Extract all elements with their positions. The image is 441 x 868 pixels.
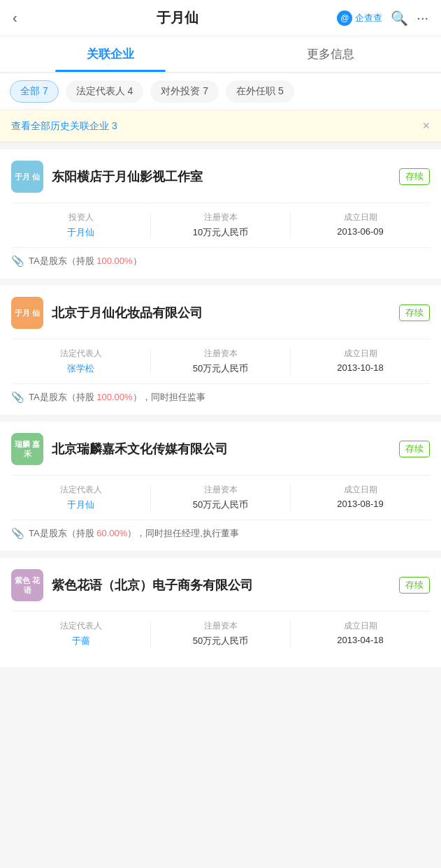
detail-label-2: 注册资本 (151, 212, 290, 223)
status-badge: 存续 (399, 441, 430, 457)
detail-value-1[interactable]: 于月仙 (11, 226, 150, 239)
detail-value-2: 50万元人民币 (151, 499, 290, 511)
back-button[interactable]: ‹ (13, 10, 17, 26)
filter-investment[interactable]: 对外投资 7 (150, 80, 219, 103)
history-banner: 查看全部历史关联企业 3 × (0, 110, 441, 142)
company-details: 投资人 于月仙 注册资本 10万元人民币 成立日期 2013-06-09 (11, 203, 430, 239)
detail-value-2: 10万元人民币 (151, 226, 290, 239)
detail-item-3: 成立日期 2013-04-18 (291, 620, 430, 647)
company-details: 法定代表人 张学松 注册资本 50万元人民币 成立日期 2013-10-18 (11, 339, 430, 375)
qcq-logo[interactable]: @ 企查查 (337, 10, 382, 26)
card-footer: 📎 TA是股东（持股 100.00%） (11, 247, 430, 267)
company-logo: 于月 仙 (11, 297, 43, 329)
detail-item-2: 注册资本 50万元人民币 (151, 620, 291, 647)
detail-label-3: 成立日期 (291, 484, 430, 496)
detail-value-1[interactable]: 于月仙 (11, 499, 150, 511)
detail-label-1: 投资人 (11, 212, 150, 223)
company-header: 于月 仙 东阳横店于月仙影视工作室 存续 (11, 161, 430, 193)
filter-positions[interactable]: 在外任职 5 (226, 80, 294, 103)
detail-item-2: 注册资本 10万元人民币 (151, 212, 291, 239)
company-card: 于月 仙 东阳横店于月仙影视工作室 存续 投资人 于月仙 注册资本 10万元人民… (0, 149, 441, 279)
qcq-logo-icon: @ (337, 10, 352, 26)
detail-value-3: 2013-08-19 (291, 499, 430, 509)
card-footer-text: TA是股东（持股 60.00%），同时担任经理,执行董事 (29, 527, 239, 540)
paperclip-icon: 📎 (11, 255, 24, 267)
card-footer-text: TA是股东（持股 100.00%） (29, 255, 142, 267)
company-name[interactable]: 东阳横店于月仙影视工作室 (52, 168, 393, 185)
company-card: 瑞麟 嘉禾 北京瑞麟嘉禾文化传媒有限公司 存续 法定代表人 于月仙 注册资本 5… (0, 422, 441, 551)
company-header: 瑞麟 嘉禾 北京瑞麟嘉禾文化传媒有限公司 存续 (11, 433, 430, 465)
tab-related-companies[interactable]: 关联企业 (0, 36, 221, 72)
detail-value-3: 2013-10-18 (291, 362, 430, 373)
detail-item-2: 注册资本 50万元人民币 (151, 484, 291, 511)
detail-value-3: 2013-04-18 (291, 635, 430, 645)
detail-label-2: 注册资本 (151, 348, 290, 360)
company-header: 紫色 花语 紫色花语（北京）电子商务有限公司 存续 (11, 569, 430, 601)
company-details: 法定代表人 于月仙 注册资本 50万元人民币 成立日期 2013-08-19 (11, 475, 430, 511)
company-logo: 瑞麟 嘉禾 (11, 433, 43, 465)
detail-item-3: 成立日期 2013-10-18 (291, 348, 430, 375)
detail-item-1: 法定代表人 于薔 (11, 620, 151, 647)
card-footer: 📎 TA是股东（持股 100.00%），同时担任监事 (11, 383, 430, 404)
company-header: 于月 仙 北京于月仙化妆品有限公司 存续 (11, 297, 430, 329)
company-card: 于月 仙 北京于月仙化妆品有限公司 存续 法定代表人 张学松 注册资本 50万元… (0, 286, 441, 415)
filter-all[interactable]: 全部 7 (10, 80, 59, 103)
detail-item-1: 法定代表人 于月仙 (11, 484, 151, 511)
detail-item-3: 成立日期 2013-08-19 (291, 484, 430, 511)
qcq-logo-text: 企查查 (355, 12, 382, 24)
status-badge: 存续 (399, 577, 430, 594)
company-logo: 紫色 花语 (11, 569, 43, 601)
detail-label-1: 法定代表人 (11, 620, 150, 632)
detail-item-3: 成立日期 2013-06-09 (291, 212, 430, 239)
search-icon[interactable]: 🔍 (391, 10, 408, 27)
detail-value-2: 50万元人民币 (151, 635, 290, 647)
tab-more-info[interactable]: 更多信息 (221, 36, 442, 72)
detail-item-2: 注册资本 50万元人民币 (151, 348, 291, 375)
detail-value-1[interactable]: 张学松 (11, 362, 150, 375)
detail-label-1: 法定代表人 (11, 484, 150, 496)
company-logo: 于月 仙 (11, 161, 43, 193)
company-name[interactable]: 北京于月仙化妆品有限公司 (52, 304, 393, 321)
banner-text[interactable]: 查看全部历史关联企业 3 (11, 120, 117, 133)
tab-bar: 关联企业 更多信息 (0, 36, 441, 73)
company-name[interactable]: 紫色花语（北京）电子商务有限公司 (52, 577, 393, 594)
detail-value-2: 50万元人民币 (151, 362, 290, 375)
page-title: 于月仙 (17, 8, 338, 27)
paperclip-icon: 📎 (11, 391, 24, 404)
detail-label-3: 成立日期 (291, 620, 430, 632)
card-footer-text: TA是股东（持股 100.00%），同时担任监事 (29, 391, 205, 404)
detail-value-3: 2013-06-09 (291, 226, 430, 237)
detail-label-3: 成立日期 (291, 348, 430, 360)
status-badge: 存续 (399, 304, 430, 321)
detail-label-1: 法定代表人 (11, 348, 150, 360)
company-name[interactable]: 北京瑞麟嘉禾文化传媒有限公司 (52, 441, 393, 457)
detail-item-1: 投资人 于月仙 (11, 212, 151, 239)
header-actions: @ 企查查 🔍 ··· (337, 10, 428, 27)
banner-close-button[interactable]: × (422, 119, 430, 133)
more-icon[interactable]: ··· (417, 10, 428, 26)
detail-value-1[interactable]: 于薔 (11, 635, 150, 647)
detail-item-1: 法定代表人 张学松 (11, 348, 151, 375)
detail-label-3: 成立日期 (291, 212, 430, 223)
header: ‹ 于月仙 @ 企查查 🔍 ··· (0, 0, 441, 36)
status-badge: 存续 (399, 168, 430, 185)
filter-legal-rep[interactable]: 法定代表人 4 (66, 80, 144, 103)
paperclip-icon: 📎 (11, 527, 24, 540)
detail-label-2: 注册资本 (151, 484, 290, 496)
detail-label-2: 注册资本 (151, 620, 290, 632)
company-details: 法定代表人 于薔 注册资本 50万元人民币 成立日期 2013-04-18 (11, 611, 430, 647)
company-card: 紫色 花语 紫色花语（北京）电子商务有限公司 存续 法定代表人 于薔 注册资本 … (0, 558, 441, 667)
filter-bar: 全部 7 法定代表人 4 对外投资 7 在外任职 5 (0, 73, 441, 110)
card-footer: 📎 TA是股东（持股 60.00%），同时担任经理,执行董事 (11, 520, 430, 540)
